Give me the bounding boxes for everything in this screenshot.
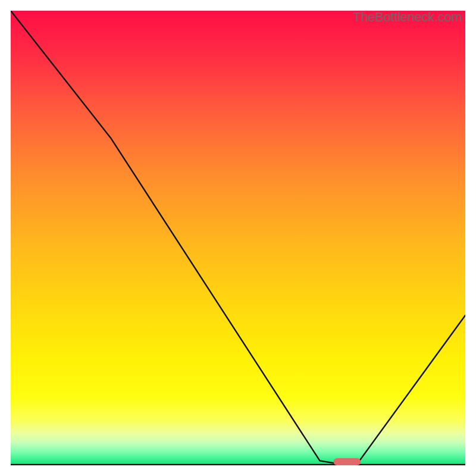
bottleneck-curve — [11, 11, 465, 465]
plot-area: TheBottleneck.com — [11, 11, 465, 465]
optimal-range-marker — [333, 458, 361, 465]
attribution-label: TheBottleneck.com — [353, 10, 462, 25]
bottleneck-chart: TheBottleneck.com — [0, 0, 476, 476]
curve-layer — [11, 11, 465, 465]
